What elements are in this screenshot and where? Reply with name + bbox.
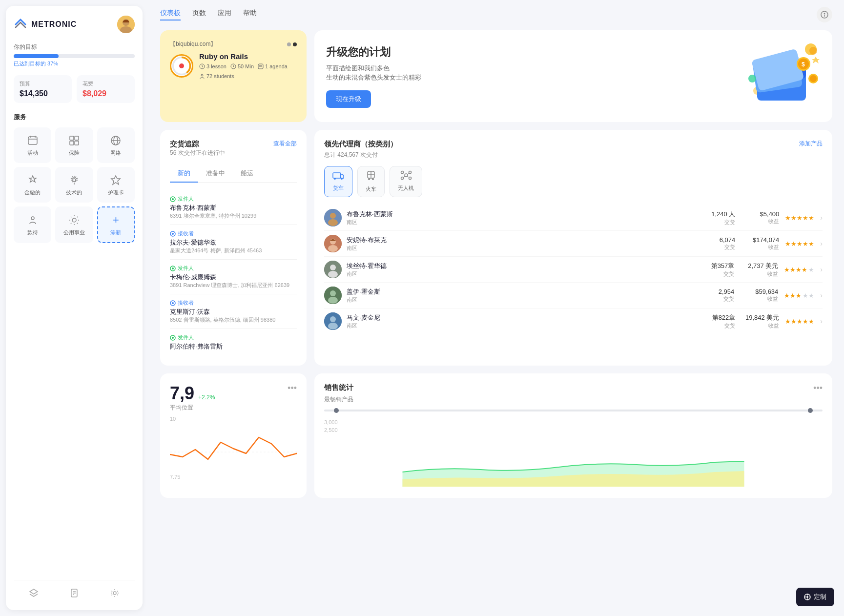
agent-revenue-3: 2,737 美元 收益 [734,262,778,278]
tab-new[interactable]: 新的 [170,165,198,183]
svg-point-78 [328,219,338,226]
goal-label: 你的目标 [14,43,135,51]
svg-point-32 [201,74,203,76]
nav-dashboard[interactable]: 仪表板 [160,9,181,21]
tab-shipping[interactable]: 船运 [233,165,261,183]
cat-tab-truck[interactable]: 货车 [324,166,352,197]
agent-transactions-2: 6,074 [691,236,735,244]
shipment-header: 交货追踪 56 次交付正在进行中 查看全部 [170,140,297,163]
service-public-label: 公用事业 [63,229,85,236]
sales-more-icon[interactable]: ••• [813,383,823,393]
agent-arrow-1[interactable]: › [820,214,823,222]
add-product-button[interactable]: 添加产品 [799,140,823,148]
agent-region-2: 南区 [347,245,691,252]
train-label: 火车 [366,185,376,193]
agents-title: 领先代理商（按类别） [324,140,397,149]
service-activity[interactable]: 活动 [14,127,51,163]
shipment-item-1: 发件人 布鲁克林·西蒙斯 6391 埃尔全塞塞塞, 特拉华州 10299 [170,190,297,225]
agent-row-3: 埃丝特·霍华德 南区 第357章 交货 2,737 美元 收益 ★★★★★ › [324,257,823,283]
avatar[interactable] [117,16,135,33]
agents-header: 领先代理商（按类别） 添加产品 [324,140,823,149]
upgrade-card: 升级您的计划 平面描绘图和我们多色 生动的未混合紫色头发女士的精彩 现在升级 [314,30,832,122]
shipment-subtitle: 56 次交付正在进行中 [170,149,225,157]
service-insurance-label: 保险 [69,149,80,157]
agent-arrow-3[interactable]: › [820,266,823,273]
svg-point-21 [113,592,116,595]
agent-stat-5: 第822章 交货 [691,313,735,329]
customize-button[interactable]: 定制 [796,588,834,606]
agent-stars-4: ★★★★★ [784,292,814,299]
nursecard-icon [109,173,123,187]
agent-arrow-4[interactable]: › [820,291,823,299]
agent-region-4: 南区 [347,296,690,304]
cat-tab-train[interactable]: 火车 [357,166,385,197]
progress-text: 已达到目标的 37% [14,60,135,67]
cat-tab-drone[interactable]: 无人机 [390,166,422,197]
nav-apps[interactable]: 应用 [218,9,231,21]
svg-point-34 [809,47,817,55]
layers-icon[interactable] [29,588,39,600]
svg-point-16 [72,218,76,222]
shipment-name-5: 阿尔伯特·弗洛雷斯 [170,342,297,351]
settings-icon[interactable] [110,588,120,600]
sales-header: 销售统计 ••• [324,383,823,393]
agent-arrow-2[interactable]: › [820,240,823,247]
service-activity-label: 活动 [27,149,38,157]
svg-line-74 [403,176,405,178]
progress-bar [14,54,135,58]
slider-thumb-left[interactable] [334,408,339,413]
shipment-addr-1: 6391 埃尔全塞塞塞, 特拉华州 10299 [170,212,297,220]
truck-icon [332,170,344,183]
budget-label: 预算 [20,80,66,87]
nav-pages[interactable]: 页数 [192,9,206,21]
drone-label: 无人机 [398,185,414,192]
course-title: Ruby on Rails [199,52,297,61]
document-icon[interactable] [69,588,79,600]
expense-value: $8,029 [82,89,129,98]
agent-transactions-1: 1,240 人 [691,210,735,219]
stats-more-icon[interactable]: ••• [288,383,297,393]
stats-card-left: 7,9 +2.2% 平均位置 [170,383,215,412]
agents-card: 领先代理商（按类别） 添加产品 总计 424,567 次交付 货车 [314,130,832,366]
svg-point-86 [330,290,336,296]
tab-preparing[interactable]: 准备中 [198,165,233,183]
shipment-role-2: 接收者 [170,230,297,237]
sales-y-2500: 2,500 [324,427,823,433]
services-grid: 活动 保险 网络 金融的 技术的 [14,127,135,243]
agent-region-3: 南区 [347,270,690,278]
row-3: 7,9 +2.2% 平均位置 ••• 10 7.75 销售统计 [160,373,832,498]
tech-icon [67,173,81,187]
agent-stat-3: 第357章 交货 [690,262,734,278]
service-finance[interactable]: 金融的 [14,167,51,203]
service-public[interactable]: 公用事业 [55,206,93,243]
agent-transactions-5: 第822章 [691,313,735,322]
agent-row-1: 布鲁克林·西蒙斯 南区 1,240 人 交货 $5,400 收益 ★★★★★ › [324,205,823,231]
upgrade-button[interactable]: 现在升级 [326,90,371,108]
service-network[interactable]: 网络 [97,127,135,163]
nav-help[interactable]: 帮助 [243,9,257,21]
service-nursecard[interactable]: 护理卡 [97,167,135,203]
svg-point-15 [31,217,34,220]
agent-stat-1: 1,240 人 交货 [691,210,735,226]
svg-point-90 [328,323,338,329]
agent-transactions-4: 2,954 [690,288,734,295]
service-reception[interactable]: 款待 [14,206,51,243]
service-tech[interactable]: 技术的 [55,167,93,203]
svg-point-69 [409,171,411,174]
shipment-tabs: 新的 准备中 船运 [170,165,297,183]
service-add[interactable]: + 添新 [97,206,135,243]
notification-icon[interactable] [817,7,832,22]
public-icon [67,213,81,227]
slider-thumb-right[interactable] [808,408,813,413]
svg-rect-57 [333,173,341,178]
range-slider[interactable] [324,410,823,411]
agent-region-5: 南区 [347,322,691,329]
view-all-link[interactable]: 查看全部 [273,140,297,148]
agent-arrow-5[interactable]: › [820,317,823,325]
service-reception-label: 款待 [27,229,38,236]
service-insurance[interactable]: 保险 [55,127,93,163]
svg-rect-9 [70,141,74,145]
agent-name-3: 埃丝特·霍华德 [347,262,690,270]
agent-row-4: 盖伊·霍金斯 南区 2,954 交货 $59,634 收益 ★★★★★ › [324,283,823,308]
budget-card: 预算 $14,350 [14,75,72,103]
